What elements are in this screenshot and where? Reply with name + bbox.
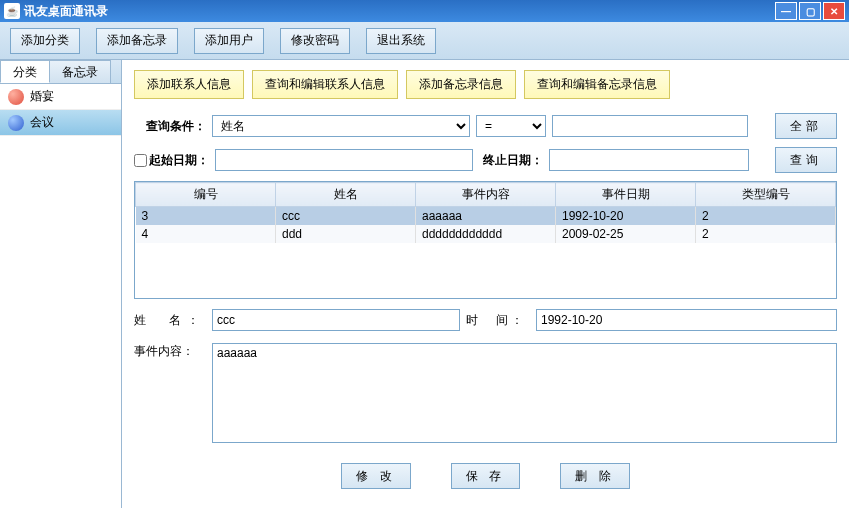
tab-add-contact[interactable]: 添加联系人信息 — [134, 70, 244, 99]
cell-date: 1992-10-20 — [556, 207, 696, 226]
cell-content: aaaaaa — [416, 207, 556, 226]
detail-time-label: 时 间： — [466, 312, 530, 329]
cell-name: ccc — [276, 207, 416, 226]
minimize-button[interactable]: — — [775, 2, 797, 20]
java-icon: ☕ — [4, 3, 20, 19]
detail-name-label: 姓 名： — [134, 312, 206, 329]
tab-add-memo[interactable]: 添加备忘录信息 — [406, 70, 516, 99]
window-title: 讯友桌面通讯录 — [24, 3, 775, 20]
tab-edit-memo[interactable]: 查询和编辑备忘录信息 — [524, 70, 670, 99]
sidebar-tabs: 分类 备忘录 — [0, 60, 121, 84]
table-row[interactable]: 3 ccc aaaaaa 1992-10-20 2 — [136, 207, 836, 226]
cell-name: ddd — [276, 225, 416, 243]
results-table: 编号 姓名 事件内容 事件日期 类型编号 3 ccc aaaaaa 1992-1… — [135, 182, 836, 243]
main-panel: 添加联系人信息 查询和编辑联系人信息 添加备忘录信息 查询和编辑备忘录信息 查询… — [122, 60, 849, 508]
sidebar-list: 婚宴 会议 — [0, 84, 121, 136]
start-date-label: 起始日期： — [149, 152, 209, 169]
col-date[interactable]: 事件日期 — [556, 183, 696, 207]
sidebar-item-meeting[interactable]: 会议 — [0, 110, 121, 136]
start-date-input[interactable] — [215, 149, 473, 171]
table-row[interactable]: 4 ddd dddddddddddd 2009-02-25 2 — [136, 225, 836, 243]
sidebar-item-label: 婚宴 — [30, 88, 54, 105]
cell-date: 2009-02-25 — [556, 225, 696, 243]
action-row: 修 改 保 存 删 除 — [128, 449, 843, 495]
tab-edit-contact[interactable]: 查询和编辑联系人信息 — [252, 70, 398, 99]
cell-id: 4 — [136, 225, 276, 243]
title-bar: ☕ 讯友桌面通讯录 — ▢ ✕ — [0, 0, 849, 22]
start-date-checkbox-wrap: 起始日期： — [134, 152, 209, 169]
window-controls: — ▢ ✕ — [775, 2, 845, 20]
add-user-button[interactable]: 添加用户 — [194, 28, 264, 54]
detail-content-label: 事件内容： — [134, 343, 206, 360]
detail-name-input[interactable] — [212, 309, 460, 331]
exit-button[interactable]: 退出系统 — [366, 28, 436, 54]
detail-content-textarea[interactable] — [212, 343, 837, 443]
col-name[interactable]: 姓名 — [276, 183, 416, 207]
modify-button[interactable]: 修 改 — [341, 463, 410, 489]
change-password-button[interactable]: 修改密码 — [280, 28, 350, 54]
detail-content-row: 事件内容： — [128, 337, 843, 449]
sidebar-item-label: 会议 — [30, 114, 54, 131]
save-button[interactable]: 保 存 — [451, 463, 520, 489]
close-button[interactable]: ✕ — [823, 2, 845, 20]
maximize-button[interactable]: ▢ — [799, 2, 821, 20]
main-toolbar: 添加分类 添加备忘录 添加用户 修改密码 退出系统 — [0, 22, 849, 60]
wedding-icon — [8, 89, 24, 105]
meeting-icon — [8, 115, 24, 131]
col-id[interactable]: 编号 — [136, 183, 276, 207]
cell-content: dddddddddddd — [416, 225, 556, 243]
cell-type: 2 — [696, 207, 836, 226]
query-row-2: 起始日期： 终止日期： 查询 — [128, 143, 843, 177]
cell-id: 3 — [136, 207, 276, 226]
delete-button[interactable]: 删 除 — [560, 463, 629, 489]
sidebar: 分类 备忘录 婚宴 会议 — [0, 60, 122, 508]
end-date-label: 终止日期： — [479, 152, 543, 169]
query-value-input[interactable] — [552, 115, 748, 137]
add-category-button[interactable]: 添加分类 — [10, 28, 80, 54]
query-field-select[interactable]: 姓名 — [212, 115, 470, 137]
detail-name-row: 姓 名： 时 间： — [128, 303, 843, 337]
col-content[interactable]: 事件内容 — [416, 183, 556, 207]
add-memo-button[interactable]: 添加备忘录 — [96, 28, 178, 54]
query-row-1: 查询条件： 姓名 = 全部 — [128, 109, 843, 143]
col-type[interactable]: 类型编号 — [696, 183, 836, 207]
query-label: 查询条件： — [134, 118, 206, 135]
sidebar-tab-memo[interactable]: 备忘录 — [49, 60, 111, 83]
main-tabs: 添加联系人信息 查询和编辑联系人信息 添加备忘录信息 查询和编辑备忘录信息 — [128, 66, 843, 109]
query-button[interactable]: 查询 — [775, 147, 837, 173]
results-table-wrap: 编号 姓名 事件内容 事件日期 类型编号 3 ccc aaaaaa 1992-1… — [134, 181, 837, 299]
sidebar-tab-category[interactable]: 分类 — [0, 60, 50, 83]
detail-time-input[interactable] — [536, 309, 837, 331]
cell-type: 2 — [696, 225, 836, 243]
query-op-select[interactable]: = — [476, 115, 546, 137]
sidebar-item-wedding[interactable]: 婚宴 — [0, 84, 121, 110]
end-date-input[interactable] — [549, 149, 749, 171]
start-date-checkbox[interactable] — [134, 154, 147, 167]
workspace: 分类 备忘录 婚宴 会议 添加联系人信息 查询和编辑联系人信息 添加备忘录信息 … — [0, 60, 849, 508]
query-all-button[interactable]: 全部 — [775, 113, 837, 139]
